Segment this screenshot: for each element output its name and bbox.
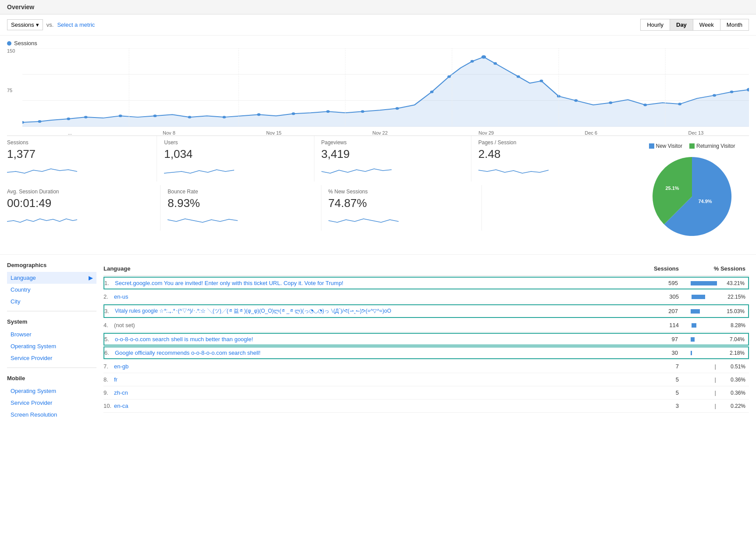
bar-container-4 — [692, 323, 718, 328]
row-bar-cell-7: | 0.51% — [679, 363, 749, 370]
metric-sessions: Sessions 1,377 — [7, 136, 157, 182]
row-bar-cell-10: | 0.22% — [679, 403, 749, 409]
x-label-5: Dec 6 — [585, 130, 597, 136]
col-language-header: Language — [103, 265, 644, 272]
pages-session-label: Pages / Session — [478, 139, 621, 146]
select-metric-link[interactable]: Select a metric — [57, 21, 95, 28]
row-name-5[interactable]: o-o-8-o-o.com search shell is much bette… — [115, 336, 643, 342]
sessions-legend-label: Sessions — [14, 40, 37, 46]
row-sessions-4: 114 — [644, 322, 679, 328]
sidebar-item-city[interactable]: City — [7, 296, 96, 307]
screen-resolution-label: Screen Resolution — [11, 411, 57, 418]
row-name-10[interactable]: en-ca — [114, 403, 644, 409]
svg-point-30 — [730, 90, 734, 93]
row-bar-cell-8: | 0.36% — [679, 376, 749, 383]
row-num-4: 4. — [103, 322, 114, 328]
row-sessions-10: 3 — [644, 403, 679, 409]
sidebar-item-country[interactable]: Country — [7, 284, 96, 296]
pie-chart-svg: 74.9% 25.1% — [648, 153, 736, 240]
x-label-4: Nov 29 — [478, 130, 494, 136]
row-name-7[interactable]: en-gb — [114, 363, 644, 370]
week-button[interactable]: Week — [693, 19, 720, 31]
row-name-3[interactable]: Vitaly rules google ☆*:.｡.*･(^▽^)/･.*:☆ … — [115, 307, 643, 315]
time-period-buttons: Hourly Day Week Month — [641, 19, 749, 31]
language-label: Language — [11, 275, 36, 281]
y-mid: 75 — [7, 88, 20, 93]
row-num-9: 9. — [103, 389, 114, 396]
bar-separator-8: | — [715, 376, 718, 383]
x-label-3: Nov 22 — [372, 130, 388, 136]
bounce-rate-label: Bounce Rate — [168, 189, 314, 195]
row-bar-cell-9: | 0.36% — [679, 389, 749, 396]
table-row: 6. Google officially recommends o-o-8-o-… — [103, 346, 749, 359]
row-pct-9: 0.36% — [721, 390, 745, 396]
y-max: 150 — [7, 48, 20, 54]
bar-container-3 — [691, 309, 717, 314]
bar-4 — [692, 323, 696, 328]
svg-point-18 — [447, 75, 451, 78]
x-label-0: ... — [68, 130, 72, 136]
row-pct-4: 8.28% — [721, 322, 745, 328]
svg-point-11 — [222, 116, 226, 118]
returning-visitor-legend: Returning Visitor — [689, 143, 735, 149]
row-name-8[interactable]: fr — [114, 376, 644, 383]
row-num-5: 5. — [104, 336, 115, 342]
day-button[interactable]: Day — [670, 19, 693, 31]
row-name-1[interactable]: Secret.google.com You are invited! Enter… — [115, 280, 643, 286]
sessions-label: Sessions — [7, 139, 150, 146]
row-bar-cell-2: 22.15% — [679, 294, 749, 300]
sidebar-item-screen-resolution[interactable]: Screen Resolution — [7, 409, 96, 421]
hourly-button[interactable]: Hourly — [640, 19, 670, 31]
svg-point-8 — [119, 114, 122, 117]
page-header: Overview — [0, 0, 756, 14]
sidebar-item-mobile-os[interactable]: Operating System — [7, 385, 96, 397]
table-row: 2. en-us 305 22.15% — [103, 290, 749, 303]
svg-point-28 — [678, 103, 681, 105]
metrics-row-2: Avg. Session Duration 00:01:49 Bounce Ra… — [7, 185, 635, 231]
x-label-2: Nov 15 — [266, 130, 282, 136]
row-bar-cell-1: 43.21% — [678, 280, 748, 286]
sidebar-item-service-provider[interactable]: Service Provider — [7, 352, 96, 364]
sidebar-item-os[interactable]: Operating System — [7, 340, 96, 352]
metric-pages-session: Pages / Session 2.48 — [478, 136, 628, 182]
row-sessions-9: 5 — [644, 389, 679, 396]
bar-5 — [691, 337, 695, 342]
col-sessions-header: Sessions — [644, 265, 679, 272]
metric-bounce-rate: Bounce Rate 8.93% — [168, 185, 321, 231]
month-button[interactable]: Month — [720, 19, 749, 31]
row-num-1: 1. — [104, 280, 115, 286]
chart-area: Sessions 150 75 — [0, 36, 756, 136]
row-sessions-8: 5 — [644, 376, 679, 383]
row-name-9[interactable]: zh-cn — [114, 389, 644, 396]
metric-users: Users 1,034 — [164, 136, 314, 182]
top-controls: Sessions ▾ vs. Select a metric Hourly Da… — [0, 14, 756, 36]
pages-session-value: 2.48 — [478, 147, 621, 161]
row-num-6: 6. — [104, 350, 115, 356]
row-name-2[interactable]: en-us — [114, 293, 644, 300]
row-name-6[interactable]: Google officially recommends o-o-8-o-o.c… — [115, 350, 643, 356]
row-pct-2: 22.15% — [721, 294, 745, 300]
row-num-8: 8. — [103, 376, 114, 383]
chart-container[interactable]: 150 75 — [7, 48, 749, 136]
mobile-section-title: Mobile — [7, 375, 96, 382]
sidebar-item-mobile-service[interactable]: Service Provider — [7, 397, 96, 409]
bounce-rate-value: 8.93% — [168, 196, 314, 210]
svg-point-10 — [188, 116, 191, 118]
x-axis-labels: ... Nov 8 Nov 15 Nov 22 Nov 29 Dec 6 Dec… — [22, 130, 749, 136]
sidebar-item-browser[interactable]: Browser — [7, 328, 96, 340]
svg-point-21 — [493, 62, 497, 65]
row-pct-1: 43.21% — [720, 280, 745, 286]
metrics-row-1: Sessions 1,377 Users 1,034 Pageviews 3,4… — [7, 136, 635, 182]
metrics-section: Sessions 1,377 Users 1,034 Pageviews 3,4… — [7, 136, 635, 247]
bottom-section: Demographics Language ▶ Country City Sys… — [0, 255, 756, 421]
svg-point-13 — [292, 112, 295, 115]
chart-legend: Sessions — [7, 40, 749, 46]
sidebar-item-language[interactable]: Language ▶ — [7, 272, 96, 284]
sessions-dropdown[interactable]: Sessions ▾ — [7, 19, 43, 30]
svg-point-14 — [326, 110, 330, 113]
returning-pct-label: 25.1% — [665, 185, 679, 191]
new-sessions-label: % New Sessions — [328, 189, 474, 195]
bar-container-5 — [691, 337, 717, 342]
country-label: Country — [11, 286, 31, 293]
row-bar-cell-5: 7.04% — [678, 336, 748, 342]
